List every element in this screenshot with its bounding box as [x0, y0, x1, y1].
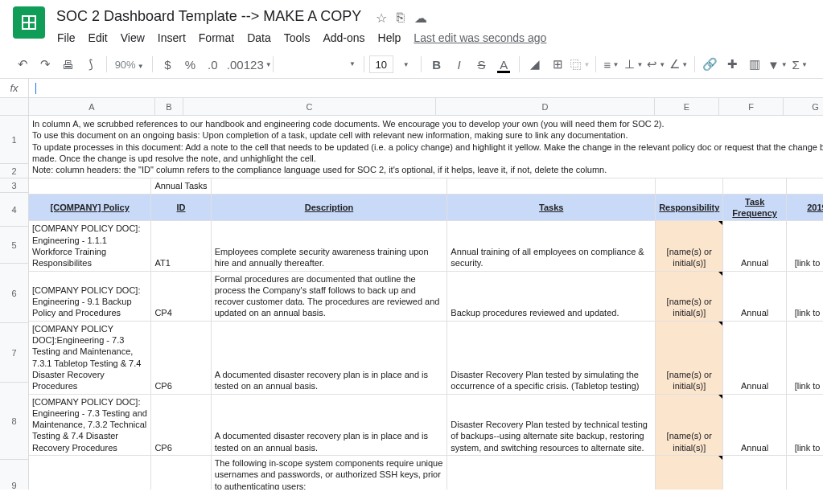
- row-header-8[interactable]: 8: [0, 383, 28, 460]
- star-icon[interactable]: ☆: [376, 10, 387, 26]
- cell[interactable]: CP6: [151, 394, 211, 455]
- header-description[interactable]: Description: [211, 194, 447, 221]
- cell[interactable]: [723, 178, 787, 194]
- cell[interactable]: Annual: [723, 271, 787, 321]
- functions-button[interactable]: Σ▼: [789, 54, 810, 75]
- font-family-dropdown[interactable]: ▼: [278, 55, 359, 73]
- header-year[interactable]: 2019: [786, 194, 823, 221]
- row-header-4[interactable]: 4: [0, 193, 28, 227]
- cell[interactable]: [COMPANY POLICY DOC]:Engineering - 7.3 T…: [29, 321, 151, 394]
- cell[interactable]: Backup procedures reviewed and updated.: [447, 271, 656, 321]
- header-id[interactable]: ID: [151, 194, 211, 221]
- text-wrap-button[interactable]: ↩▼: [646, 54, 667, 75]
- print-button[interactable]: 🖶: [58, 54, 79, 75]
- cell[interactable]: Annual training of all employees on comp…: [447, 221, 656, 271]
- bold-button[interactable]: B: [426, 54, 447, 75]
- cell[interactable]: Formal procedures are documented that ou…: [211, 271, 447, 321]
- cell[interactable]: [name(s) or initial(s)]: [656, 456, 723, 490]
- cell[interactable]: [link to doc]: [786, 271, 823, 321]
- cell[interactable]: Disaster Recovery Plan tested by simulat…: [447, 321, 656, 394]
- header-responsibility[interactable]: Responsibility: [656, 194, 723, 221]
- cell[interactable]: [link to doc]: [786, 221, 823, 271]
- strikethrough-button[interactable]: S: [471, 54, 492, 75]
- menu-file[interactable]: File: [51, 28, 81, 47]
- row-headers[interactable]: 123456789: [0, 116, 29, 490]
- column-header-C[interactable]: C: [183, 98, 436, 115]
- cell[interactable]: A documented disaster recovery plan is i…: [211, 394, 447, 455]
- menu-help[interactable]: Help: [372, 28, 407, 47]
- sheets-app-icon[interactable]: [13, 6, 45, 39]
- fill-color-button[interactable]: ◢: [525, 54, 545, 75]
- cell[interactable]: [name(s) or initial(s)]: [656, 271, 723, 321]
- column-header-B[interactable]: B: [155, 98, 183, 115]
- cell[interactable]: Annual: [723, 221, 787, 271]
- insert-comment-button[interactable]: ✚: [722, 54, 743, 75]
- merge-cells-button[interactable]: ⿻▼: [570, 54, 591, 75]
- formula-input[interactable]: [29, 79, 823, 97]
- row-header-5[interactable]: 5: [0, 227, 28, 264]
- borders-button[interactable]: ⊞: [547, 54, 568, 75]
- font-size-input[interactable]: 10: [369, 55, 393, 73]
- h-align-button[interactable]: ≡▼: [601, 54, 622, 75]
- move-icon[interactable]: ⎘: [397, 10, 405, 26]
- row-header-3[interactable]: 3: [0, 178, 28, 193]
- menu-format[interactable]: Format: [193, 28, 240, 47]
- cell[interactable]: [29, 178, 151, 194]
- spreadsheet-grid[interactable]: ABCDEFG 123456789 In column A, we scrubb…: [0, 98, 823, 490]
- paint-format-button[interactable]: ⟆: [80, 54, 101, 75]
- more-formats-button[interactable]: 123▼: [247, 54, 268, 75]
- menu-data[interactable]: Data: [241, 28, 277, 47]
- cell[interactable]: [29, 456, 151, 490]
- column-header-F[interactable]: F: [719, 98, 784, 115]
- italic-button[interactable]: I: [449, 54, 470, 75]
- cell[interactable]: [447, 178, 656, 194]
- text-rotation-button[interactable]: ∠▼: [669, 54, 689, 75]
- cell[interactable]: Annual Tasks: [151, 178, 211, 194]
- last-edit-link[interactable]: Last edit was seconds ago: [408, 28, 552, 47]
- cell[interactable]: Disaster Recovery Plan tested by technic…: [447, 394, 656, 455]
- undo-button[interactable]: ↶: [13, 54, 34, 75]
- cell[interactable]: Verify that network, application, operat…: [447, 456, 656, 490]
- cell[interactable]: Annual: [723, 394, 787, 455]
- row-header-7[interactable]: 7: [0, 323, 28, 383]
- column-headers[interactable]: ABCDEFG: [29, 98, 823, 116]
- menu-tools[interactable]: Tools: [278, 28, 316, 47]
- redo-button[interactable]: ↷: [35, 54, 56, 75]
- cell[interactable]: Employees complete security awareness tr…: [211, 221, 447, 271]
- cell[interactable]: [name(s) or initial(s)]: [656, 394, 723, 455]
- increase-decimal-button[interactable]: .00: [224, 54, 245, 75]
- cell[interactable]: [COMPANY POLICY DOC]: Engineering - 7.3 …: [29, 394, 151, 455]
- cell[interactable]: CP6: [151, 321, 211, 394]
- cell[interactable]: [name(s) or initial(s)]: [656, 221, 723, 271]
- menu-view[interactable]: View: [115, 28, 150, 47]
- document-title[interactable]: SOC 2 Dashboard Template --> MAKE A COPY: [51, 6, 366, 27]
- cell[interactable]: [name(s) or initial(s)]: [656, 321, 723, 394]
- cell[interactable]: Annual: [723, 321, 787, 394]
- menu-addons[interactable]: Add-ons: [317, 28, 370, 47]
- cell[interactable]: [COMPANY POLICY DOC]: Engineering - 9.1 …: [29, 271, 151, 321]
- decrease-decimal-button[interactable]: .0: [202, 54, 223, 75]
- currency-button[interactable]: $: [158, 54, 179, 75]
- row-header-9[interactable]: 9: [0, 460, 28, 490]
- menu-edit[interactable]: Edit: [83, 28, 113, 47]
- text-color-button[interactable]: A: [493, 54, 514, 75]
- row-header-2[interactable]: 2: [0, 164, 28, 178]
- cell[interactable]: [COMPANY POLICY DOC]: Engineering - 1.1.…: [29, 221, 151, 271]
- cell[interactable]: CP4: [151, 271, 211, 321]
- column-header-G[interactable]: G: [784, 98, 823, 115]
- v-align-button[interactable]: ⊥▼: [623, 54, 644, 75]
- filter-button[interactable]: ▼▼: [767, 54, 788, 75]
- cell[interactable]: [786, 178, 823, 194]
- cell[interactable]: [link to doc]: [786, 394, 823, 455]
- header-policy[interactable]: [COMPANY] Policy: [29, 194, 151, 221]
- select-all-corner[interactable]: [0, 98, 29, 116]
- cell[interactable]: The following in-scope system components…: [211, 456, 447, 490]
- cell[interactable]: AT1: [151, 221, 211, 271]
- insert-chart-button[interactable]: ▥: [744, 54, 765, 75]
- column-header-E[interactable]: E: [655, 98, 719, 115]
- font-size-dropdown[interactable]: ▼: [395, 54, 416, 75]
- cell[interactable]: A documented disaster recovery plan is i…: [211, 321, 447, 394]
- row-header-6[interactable]: 6: [0, 264, 28, 323]
- header-tasks[interactable]: Tasks: [447, 194, 656, 221]
- cell[interactable]: [211, 178, 447, 194]
